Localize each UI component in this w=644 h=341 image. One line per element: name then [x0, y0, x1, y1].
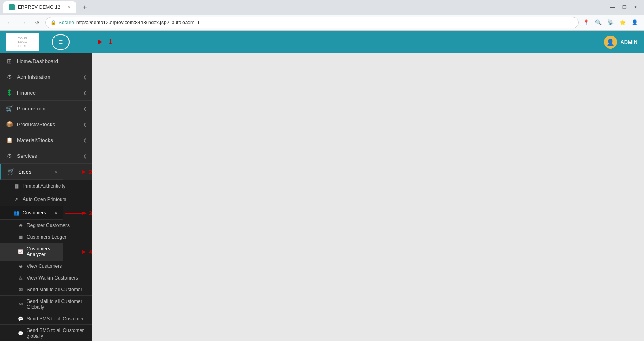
finance-icon: 💲	[6, 89, 13, 96]
sidebar-item-products-label: Products/Stocks	[17, 121, 79, 127]
annotation-arrow-4	[65, 248, 89, 256]
reload-button[interactable]: ↺	[32, 17, 43, 28]
sidebar-subitem-auto-open-printouts[interactable]: ↗ Auto Open Printouts	[0, 193, 92, 206]
sidebar-subsubitem-customers-analyzer-label: Customers Analyzer	[27, 246, 57, 257]
sidebar-item-procurement-label: Procurement	[17, 106, 79, 112]
register-customers-icon: ⊕	[18, 222, 23, 228]
sidebar-subsubitem-view-walkin-customers[interactable]: ⚠ View Walkin-Customers	[0, 272, 92, 284]
restore-button[interactable]: ❐	[619, 2, 629, 13]
tab-close-button[interactable]: ×	[68, 5, 70, 10]
sidebar-item-home-label: Home/Dashboard	[17, 58, 87, 64]
annotation-4-container: 4	[63, 248, 92, 256]
sidebar-item-home[interactable]: ⊞ Home/Dashboard	[0, 53, 92, 69]
svg-marker-2	[82, 170, 87, 174]
sales-arrow: ∨	[55, 169, 57, 174]
cast-icon[interactable]: 📡	[605, 17, 616, 28]
sidebar-subitem-customers-label: Customers	[23, 210, 46, 216]
view-customers-icon: ⊕	[18, 263, 23, 269]
main-area: ⊞ Home/Dashboard ⚙ Administration ❮ 💲 Fi…	[0, 53, 644, 341]
logo-text: YOUR LOGO HERE	[18, 36, 27, 48]
new-tab-button[interactable]: +	[79, 2, 91, 13]
services-arrow: ❮	[83, 154, 87, 158]
hamburger-button[interactable]: ≡	[52, 34, 70, 50]
svg-marker-6	[82, 250, 87, 254]
customers-arrow: ∨	[55, 211, 57, 215]
printout-auth-icon: ▦	[13, 183, 19, 189]
products-arrow: ❮	[83, 122, 87, 127]
sidebar-subsubitem-register-customers[interactable]: ⊕ Register Customers	[0, 220, 92, 231]
annotation-number-3: 3	[89, 210, 92, 216]
customers-analyzer-row-wrapper: 📈 Customers Analyzer 4	[0, 243, 92, 261]
location-icon[interactable]: 📍	[581, 17, 591, 28]
sales-row-wrapper: 🛒 Sales ∨ 2	[0, 164, 92, 180]
sidebar-item-sales[interactable]: 🛒 Sales ∨	[0, 164, 63, 180]
bookmark-icon[interactable]: ⭐	[617, 17, 628, 28]
close-button[interactable]: ✕	[630, 2, 641, 13]
sidebar-item-sales-label: Sales	[18, 169, 51, 175]
view-walkin-icon: ⚠	[18, 275, 23, 281]
sidebar-subsubitem-view-customers[interactable]: ⊕ View Customers	[0, 261, 92, 272]
annotation-number-2: 2	[89, 168, 92, 175]
sidebar: ⊞ Home/Dashboard ⚙ Administration ❮ 💲 Fi…	[0, 53, 92, 341]
customers-ledger-icon: ▦	[18, 234, 23, 240]
annotation-2-container: 2	[63, 167, 92, 176]
sidebar-subsubitem-send-sms-globally[interactable]: 💬 Send SMS to all Customer globally	[0, 325, 92, 341]
sidebar-item-finance[interactable]: 💲 Finance ❮	[0, 85, 92, 101]
secure-icon: 🔒	[51, 20, 56, 25]
sidebar-subsubitem-customers-ledger[interactable]: ▦ Customers Ledger	[0, 231, 92, 243]
procurement-arrow: ❮	[83, 106, 87, 111]
account-icon[interactable]: 👤	[629, 17, 640, 28]
administration-icon: ⚙	[6, 73, 13, 80]
sidebar-item-administration[interactable]: ⚙ Administration ❮	[0, 69, 92, 85]
annotation-arrow-1	[76, 37, 108, 47]
secure-label: Secure	[59, 20, 74, 25]
sidebar-subitem-customers[interactable]: 👥 Customers ∨	[0, 206, 63, 220]
address-text: https://demo12.erprev.com:8443/index.jsp…	[76, 20, 573, 25]
minimize-button[interactable]: —	[608, 2, 618, 13]
browser-actions: 📍 🔍 📡 ⭐ 👤	[581, 17, 640, 28]
customers-group-icon: 👥	[13, 210, 19, 216]
sales-icon: 🛒	[7, 168, 14, 175]
forward-button[interactable]: →	[18, 17, 29, 28]
window-controls: — ❐ ✕	[608, 2, 641, 13]
back-button[interactable]: ←	[4, 17, 15, 28]
annotation-3-container: 3	[63, 209, 92, 218]
address-bar[interactable]: 🔒 Secure https://demo12.erprev.com:8443/…	[45, 17, 579, 28]
material-icon: 📋	[6, 136, 13, 144]
sidebar-item-material-stocks[interactable]: 📋 Material/Stocks ❮	[0, 132, 92, 148]
svg-marker-4	[82, 212, 87, 215]
zoom-icon[interactable]: 🔍	[593, 17, 604, 28]
annotation-number-4: 4	[89, 248, 92, 255]
tab-title: ERPREV DEMO 12	[18, 4, 60, 10]
sidebar-subitem-printout-authenticity[interactable]: ▦ Printout Authenticity	[0, 180, 92, 193]
sidebar-subitem-printout-label: Printout Authenticity	[23, 183, 65, 189]
sidebar-subsubitem-customers-analyzer[interactable]: 📈 Customers Analyzer	[0, 243, 63, 261]
browser-tab[interactable]: ERPREV DEMO 12 ×	[3, 1, 76, 13]
sidebar-item-finance-label: Finance	[17, 90, 79, 96]
procurement-icon: 🛒	[6, 105, 13, 112]
sidebar-subsubitem-register-customers-label: Register Customers	[27, 222, 70, 228]
annotation-arrow-2	[65, 167, 89, 176]
app-container: YOUR LOGO HERE ≡ 1 👤 ADMIN	[0, 31, 644, 341]
sidebar-subsubitem-send-mail-globally-label: Send Mail to all Customer Globally	[27, 299, 87, 310]
sidebar-subsubitem-send-mail-globally[interactable]: ✉ Send Mail to all Customer Globally	[0, 296, 92, 313]
sidebar-subsubitem-send-sms-customer[interactable]: 💬 Send SMS to all Customer	[0, 313, 92, 325]
admin-label: ADMIN	[620, 39, 638, 45]
sidebar-item-procurement[interactable]: 🛒 Procurement ❮	[0, 101, 92, 116]
customers-analyzer-icon: 📈	[18, 249, 23, 254]
home-icon: ⊞	[6, 57, 13, 65]
annotation-number-1: 1	[108, 38, 112, 46]
material-arrow: ❮	[83, 138, 87, 142]
sidebar-item-products-stocks[interactable]: 📦 Products/Stocks ❮	[0, 116, 92, 132]
send-mail-global-icon: ✉	[18, 301, 23, 307]
sidebar-item-services[interactable]: ⚙ Services ❮	[0, 148, 92, 164]
tab-favicon	[9, 4, 15, 10]
finance-arrow: ❮	[83, 91, 87, 95]
sidebar-subsubitem-customers-ledger-label: Customers Ledger	[27, 234, 67, 240]
sidebar-subsubitem-view-walkin-label: View Walkin-Customers	[27, 275, 78, 281]
sidebar-subsubitem-send-mail-customer[interactable]: ✉ Send Mail to all Customer	[0, 284, 92, 296]
browser-controls: ← → ↺ 🔒 Secure https://demo12.erprev.com…	[0, 15, 644, 31]
products-icon: 📦	[6, 121, 13, 128]
sidebar-item-material-label: Material/Stocks	[17, 137, 79, 143]
browser-titlebar: ERPREV DEMO 12 × + — ❐ ✕	[0, 0, 644, 15]
